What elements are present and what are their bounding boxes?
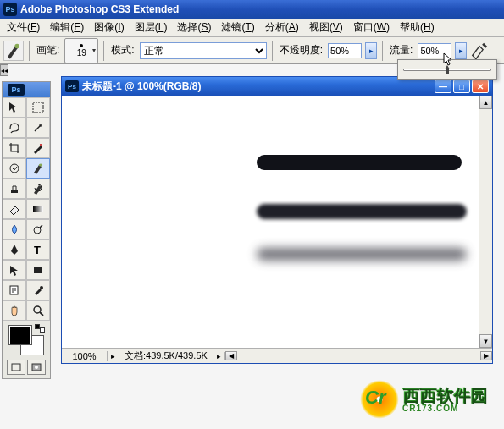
svg-rect-5 (11, 190, 18, 193)
brush-preset-picker[interactable]: 19 ▾ (64, 38, 98, 63)
quickmask-mode-button[interactable] (27, 360, 46, 375)
svg-point-4 (39, 163, 42, 166)
menu-view[interactable]: 视图(V) (304, 19, 348, 36)
active-tool-icon[interactable] (3, 41, 24, 61)
scroll-up-arrow-icon[interactable]: ▲ (479, 96, 492, 109)
scroll-down-arrow-icon[interactable]: ▼ (479, 334, 492, 348)
scroll-left-arrow-icon[interactable]: ◀ (225, 351, 237, 360)
path-select-tool[interactable] (3, 260, 26, 280)
file-info[interactable]: 文档:439.5K/439.5K (119, 349, 213, 362)
menu-window[interactable]: 窗口(W) (348, 19, 395, 36)
menu-image[interactable]: 图像(I) (89, 19, 129, 36)
scrollbar-track[interactable] (237, 351, 480, 360)
hand-tool[interactable] (3, 300, 26, 321)
menu-help[interactable]: 帮助(H) (395, 19, 440, 36)
menu-edit[interactable]: 编辑(E) (45, 19, 89, 36)
scroll-right-arrow-icon[interactable]: ▶ (480, 351, 492, 360)
watermark-text: 西西软件园 (402, 387, 487, 404)
svg-point-11 (40, 286, 43, 289)
svg-point-3 (10, 164, 19, 173)
opacity-input[interactable] (328, 43, 362, 58)
separator (103, 41, 104, 61)
airbrush-toggle-icon[interactable] (470, 41, 489, 60)
watermark-subtext: CR173.COM (402, 404, 487, 413)
ps-icon: Ps (8, 84, 25, 96)
menu-select[interactable]: 选择(S) (172, 19, 216, 36)
collapsed-panel-tab[interactable]: ◂◂ (0, 64, 8, 76)
history-brush-tool[interactable] (26, 179, 50, 199)
eyedropper-tool[interactable] (26, 280, 50, 300)
crop-tool[interactable] (3, 138, 26, 158)
menu-filter[interactable]: 滤镜(T) (216, 19, 259, 36)
notes-tool[interactable] (3, 280, 26, 300)
brush-tool[interactable] (26, 158, 50, 179)
app-icon: Ps (3, 3, 17, 16)
menu-file[interactable]: 文件(F) (2, 19, 45, 36)
svg-text:T: T (34, 244, 41, 256)
marquee-tool[interactable] (26, 97, 50, 118)
zoom-menu-arrow-icon[interactable]: ▸ (108, 352, 119, 360)
vertical-scrollbar[interactable]: ▲ ▼ (479, 96, 492, 348)
svg-rect-6 (33, 206, 43, 212)
flow-dropdown-button[interactable]: ▸ (455, 42, 467, 59)
type-tool[interactable]: T (26, 239, 50, 260)
zoom-level[interactable]: 100% (62, 351, 108, 361)
opacity-label: 不透明度: (278, 43, 324, 58)
canvas[interactable] (62, 96, 479, 348)
maximize-button[interactable]: □ (453, 80, 470, 93)
move-tool[interactable] (3, 97, 26, 118)
menu-layer[interactable]: 图层(L) (130, 19, 173, 36)
watermark: 西西软件园 CR173.COM (360, 378, 496, 421)
svg-rect-9 (34, 267, 42, 273)
horizontal-scrollbar[interactable]: ◀ ▶ (225, 351, 492, 360)
standard-mode-button[interactable] (7, 360, 25, 375)
menu-analysis[interactable]: 分析(A) (260, 19, 304, 36)
tool-palette-header[interactable]: Ps (3, 82, 50, 97)
chevron-down-icon: ▾ (92, 47, 96, 54)
gradient-tool[interactable] (26, 199, 50, 219)
shape-tool[interactable] (26, 260, 50, 280)
zoom-tool[interactable] (26, 300, 50, 321)
status-bar: 100% ▸ 文档:439.5K/439.5K ▸ ◀ ▶ (62, 348, 492, 363)
svg-rect-13 (12, 364, 20, 371)
brush-stroke (257, 248, 467, 261)
svg-rect-1 (33, 102, 43, 113)
document-title: 未标题-1 @ 100%(RGB/8) (82, 80, 435, 94)
svg-point-0 (14, 43, 19, 48)
flow-slider[interactable] (403, 69, 491, 71)
ps-icon: Ps (65, 80, 79, 92)
lasso-tool[interactable] (3, 118, 26, 138)
blur-tool[interactable] (3, 219, 26, 239)
svg-point-12 (34, 306, 41, 313)
info-menu-arrow-icon[interactable]: ▸ (213, 352, 225, 360)
minimize-button[interactable]: — (435, 80, 451, 93)
separator (382, 41, 383, 61)
opacity-dropdown-button[interactable]: ▸ (365, 42, 377, 59)
mode-label: 模式: (109, 43, 136, 58)
svg-rect-2 (40, 144, 42, 146)
watermark-logo-icon (360, 380, 399, 419)
color-swatch-area (3, 321, 50, 378)
document-titlebar[interactable]: Ps 未标题-1 @ 100%(RGB/8) — □ ✕ (62, 77, 492, 96)
blend-mode-select[interactable]: 正常 (140, 42, 267, 59)
app-title: Adobe Photoshop CS3 Extended (20, 3, 179, 15)
svg-point-7 (34, 227, 41, 234)
close-button[interactable]: ✕ (472, 80, 489, 93)
separator (272, 41, 273, 61)
tool-palette: Ps T (2, 81, 51, 379)
fg-bg-swatch[interactable] (8, 324, 45, 356)
default-colors-icon[interactable] (35, 324, 45, 333)
magic-wand-tool[interactable] (26, 118, 50, 138)
dodge-tool[interactable] (26, 219, 50, 239)
foreground-color-swatch[interactable] (9, 326, 31, 344)
clone-stamp-tool[interactable] (3, 179, 26, 199)
eraser-tool[interactable] (3, 199, 26, 219)
brush-label: 画笔: (35, 43, 61, 58)
slice-tool[interactable] (26, 138, 50, 158)
healing-brush-tool[interactable] (3, 158, 26, 179)
document-window: Ps 未标题-1 @ 100%(RGB/8) — □ ✕ ▲ ▼ 100% ▸ … (61, 76, 493, 364)
file-info-value: 439.5K/439.5K (146, 350, 208, 360)
cursor-icon (443, 52, 453, 68)
flow-label: 流量: (388, 43, 414, 58)
pen-tool[interactable] (3, 239, 26, 260)
